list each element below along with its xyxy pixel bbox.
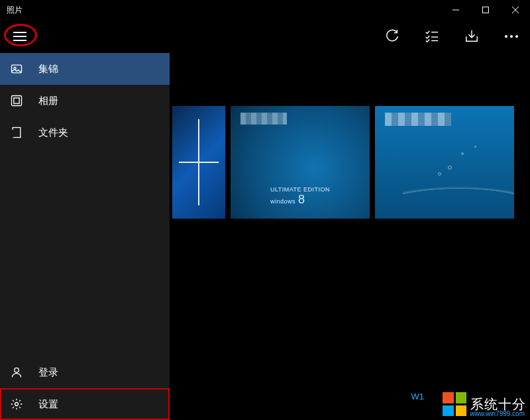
sidebar-item-label: 设置 xyxy=(38,398,58,411)
folder-icon xyxy=(9,125,24,140)
thumbnail-item[interactable]: ULTIMATE EDITION windows8 xyxy=(231,106,370,219)
thumbnail-row: ULTIMATE EDITION windows8 xyxy=(172,106,514,219)
svg-point-13 xyxy=(515,35,518,38)
sidebar-bottom: 登录 设置 xyxy=(0,356,170,420)
main-area: 集锦 相册 文件夹 登录 xyxy=(0,53,530,420)
sidebar-item-label: 登录 xyxy=(38,366,58,379)
svg-point-11 xyxy=(505,35,507,38)
maximize-button[interactable] xyxy=(470,0,500,20)
sidebar-item-label: 相册 xyxy=(38,95,58,107)
svg-point-15 xyxy=(14,68,16,70)
hamburger-highlight-annotation xyxy=(4,24,37,46)
svg-line-3 xyxy=(512,7,519,13)
select-button[interactable] xyxy=(416,21,448,52)
app-toolbar xyxy=(0,21,530,53)
user-icon xyxy=(9,365,24,380)
sidebar-item-album[interactable]: 相册 xyxy=(0,85,170,117)
hamburger-button[interactable] xyxy=(7,26,33,46)
svg-point-12 xyxy=(510,35,513,38)
svg-rect-18 xyxy=(13,128,21,138)
album-icon xyxy=(9,93,24,108)
minimize-button[interactable] xyxy=(441,0,470,20)
content-area: ULTIMATE EDITION windows8 W1 系统十分 www.wi… xyxy=(170,53,530,420)
sidebar: 集锦 相册 文件夹 登录 xyxy=(0,53,170,420)
gear-icon xyxy=(9,397,24,411)
svg-point-20 xyxy=(15,368,19,372)
watermark-logo-icon xyxy=(443,392,466,416)
svg-rect-19 xyxy=(12,130,14,138)
close-button[interactable] xyxy=(500,0,530,20)
sidebar-item-settings[interactable]: 设置 xyxy=(0,388,170,420)
window-controls xyxy=(441,0,530,20)
sidebar-item-login[interactable]: 登录 xyxy=(0,356,170,388)
svg-rect-16 xyxy=(12,96,22,106)
sidebar-nav: 集锦 相册 文件夹 xyxy=(0,53,170,356)
svg-point-21 xyxy=(15,403,19,406)
refresh-button[interactable] xyxy=(376,21,408,52)
more-button[interactable] xyxy=(496,21,527,52)
import-button[interactable] xyxy=(456,21,488,52)
collection-icon xyxy=(9,62,24,76)
sidebar-item-folder[interactable]: 文件夹 xyxy=(0,117,170,148)
content-link-text: W1 xyxy=(411,392,425,401)
sidebar-item-label: 集锦 xyxy=(38,63,58,76)
sidebar-item-collection[interactable]: 集锦 xyxy=(0,53,170,85)
watermark: 系统十分 www.win7999.com xyxy=(443,392,526,416)
watermark-url: www.win7999.com xyxy=(470,410,525,417)
svg-rect-1 xyxy=(482,7,488,13)
sidebar-item-label: 文件夹 xyxy=(38,127,68,139)
svg-line-2 xyxy=(512,7,519,13)
thumbnail-item[interactable] xyxy=(375,106,514,219)
titlebar: 照片 xyxy=(0,0,530,20)
svg-rect-17 xyxy=(14,98,19,103)
thumbnail-item[interactable] xyxy=(189,258,289,344)
window-title: 照片 xyxy=(0,5,23,16)
svg-rect-14 xyxy=(12,65,22,73)
thumbnail-item[interactable] xyxy=(172,106,225,219)
thumbnail-caption: ULTIMATE EDITION windows8 xyxy=(270,186,330,207)
